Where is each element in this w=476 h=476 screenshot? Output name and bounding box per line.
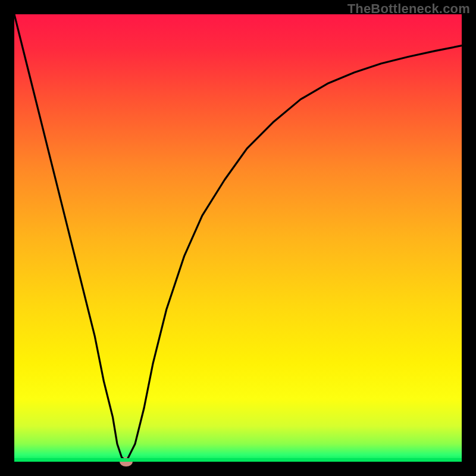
plot-area xyxy=(14,14,462,462)
curve-svg xyxy=(14,14,462,462)
chart-frame: TheBottleneck.com xyxy=(0,0,476,476)
curve-path xyxy=(14,14,462,462)
bottom-strip xyxy=(14,458,462,462)
